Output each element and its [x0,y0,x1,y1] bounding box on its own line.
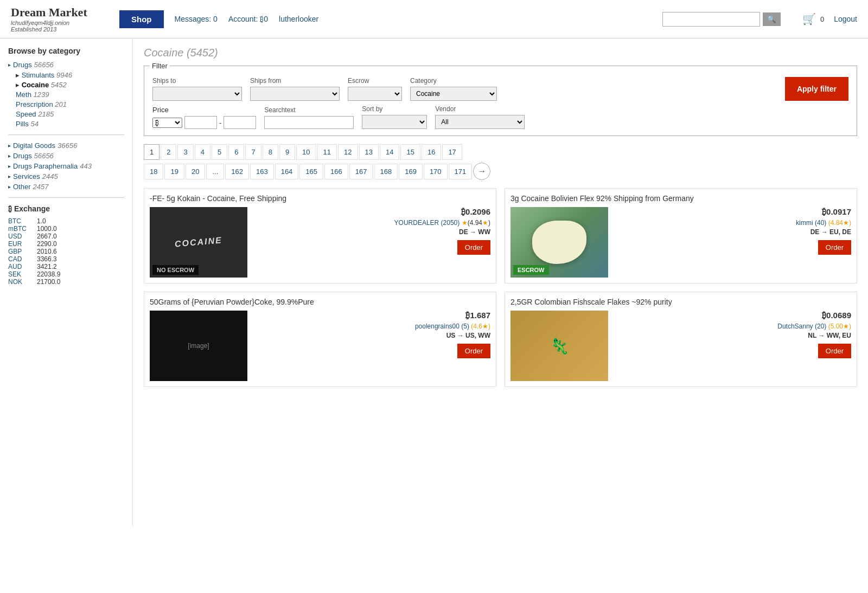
page-12[interactable]: 12 [338,144,358,160]
page-171[interactable]: 171 [449,164,473,179]
page-8[interactable]: 8 [263,144,278,160]
next-page-button[interactable]: → [473,163,490,180]
apply-filter-button[interactable]: Apply filter [785,77,848,101]
page-11[interactable]: 11 [317,144,337,160]
page-166[interactable]: 166 [324,164,348,179]
page-20[interactable]: 20 [186,164,205,179]
escrow-select[interactable] [348,87,402,101]
order-button-1[interactable]: Order [457,240,490,255]
page-1[interactable]: 1 [144,144,159,160]
page-3[interactable]: 3 [177,144,193,160]
sidebar-item-drugs[interactable]: ▸ Drugs 56656 [8,61,124,69]
sidebar-item-speed[interactable]: Speed 2185 [16,110,124,118]
ships-from-select[interactable] [250,87,340,101]
page-16[interactable]: 16 [422,144,441,160]
category-count: 56656 [34,152,54,160]
page-title: Cocaine (5452) [144,47,857,59]
page-165[interactable]: 165 [299,164,323,179]
price-currency-select[interactable]: ₿ [152,118,182,128]
price-min-input[interactable] [184,116,217,129]
search-button[interactable]: 🔍 [763,12,781,26]
page-19[interactable]: 19 [164,164,184,179]
content-area: Cocaine (5452) Filter Ships to Ships fro… [133,38,868,526]
page-164[interactable]: 164 [275,164,299,179]
page-numbers-row2: 18 19 20 ... 162 163 164 165 166 167 168… [144,163,857,180]
order-button-2[interactable]: Order [818,240,851,255]
sortby-select[interactable] [362,115,427,129]
order-button-4[interactable]: Order [818,344,851,358]
product-vendor-4[interactable]: DutchSanny (20) (5.00★) [614,323,851,330]
sidebar-item-digital-goods[interactable]: ▸ Digital Goods 36656 [8,141,124,150]
page-14[interactable]: 14 [380,144,399,160]
order-button-3[interactable]: Order [457,344,490,358]
page-169[interactable]: 169 [399,164,423,179]
category-count: 2445 [42,172,58,181]
exchange-row-sek: SEK 22038.9 [8,270,124,278]
prescription-link[interactable]: Prescription [16,100,53,108]
sidebar-item-cocaine[interactable]: ▸ Cocaine 5452 [16,81,124,89]
arrow-icon: ▸ [8,184,11,190]
cart-area: 🛒 0 Logout [802,12,857,25]
stimulants-link[interactable]: Stimulants [22,71,55,79]
page-163[interactable]: 163 [250,164,274,179]
exchange-row-btc: BTC 1.0 [8,217,124,225]
page-162[interactable]: 162 [225,164,249,179]
sidebar-item-stimulants[interactable]: ▸ Stimulants 9946 [16,71,124,79]
arrow-icon: ▸ [8,163,11,169]
pills-link[interactable]: Pills [16,120,29,128]
shop-button[interactable]: Shop [119,10,164,28]
page-2[interactable]: 2 [161,144,176,160]
product-card-3: 50Grams of {Peruvian Powder}Coke, 99.9%P… [144,292,496,387]
page-18[interactable]: 18 [144,164,163,179]
search-input[interactable] [662,12,760,27]
searchtext-input[interactable] [264,116,354,129]
category-select[interactable]: Cocaine [410,87,497,101]
product-body-1: COCAINE NO ESCROW ₿0.2096 YOURDEALER (20… [150,207,490,278]
page-6[interactable]: 6 [228,144,244,160]
sidebar-item-meth[interactable]: Meth 1239 [16,91,124,99]
page-7[interactable]: 7 [245,144,261,160]
meth-link[interactable]: Meth [16,91,31,99]
rate-btc: 1.0 [37,217,46,225]
page-15[interactable]: 15 [400,144,420,160]
currency-usd: USD [8,233,33,240]
sidebar-item-pills[interactable]: Pills 54 [16,120,124,128]
site-established: Established 2013 [11,26,119,33]
page-5[interactable]: 5 [212,144,227,160]
product-title-3: 50Grams of {Peruvian Powder}Coke, 99.9%P… [150,298,490,306]
logout-link[interactable]: Logout [834,15,857,23]
rate-cad: 3366.3 [37,255,57,263]
sidebar-item-services[interactable]: ▸ Services 2445 [8,172,124,181]
account-link[interactable]: Account: ₿0 [228,15,268,23]
sidebar-item-paraphernalia[interactable]: ▸ Drugs Paraphernalia 443 [8,162,124,170]
exchange-section: ₿ Exchange BTC 1.0 mBTC 1000.0 USD 2667.… [8,204,124,286]
product-vendor-3[interactable]: poolengrains00 (5) (4.6★) [253,323,490,330]
filter-ships-from: Ships from [250,77,340,101]
page-170[interactable]: 170 [424,164,448,179]
sidebar-item-prescription[interactable]: Prescription 201 [16,100,124,108]
page-10[interactable]: 10 [296,144,316,160]
vendor-select[interactable]: All [435,115,525,129]
rate-gbp: 2010.6 [37,248,57,255]
cart-count: 0 [820,15,824,23]
page-167[interactable]: 167 [349,164,373,179]
sidebar-item-other[interactable]: ▸ Other 2457 [8,183,124,191]
header: Dream Market lchudifyeqm4ldjj.onion Esta… [0,0,868,38]
product-vendor-1[interactable]: YOURDEALER (2050) ★(4.94★) [253,219,490,227]
page-9[interactable]: 9 [279,144,295,160]
product-vendor-2[interactable]: kimmi (40) (4.84★) [614,219,851,227]
sidebar-item-drugs2[interactable]: ▸ Drugs 56656 [8,152,124,160]
page-17[interactable]: 17 [442,144,462,160]
exchange-row-gbp: GBP 2010.6 [8,248,124,255]
speed-link[interactable]: Speed [16,110,36,118]
cocaine-link[interactable]: Cocaine [22,81,49,89]
page-168[interactable]: 168 [374,164,398,179]
price-max-input[interactable] [224,116,256,129]
category-count: 2457 [33,183,49,191]
page-13[interactable]: 13 [359,144,379,160]
messages-link[interactable]: Messages: 0 [175,15,218,23]
exchange-row-aud: AUD 3421.2 [8,263,124,270]
page-4[interactable]: 4 [195,144,210,160]
ships-to-select[interactable] [152,87,242,101]
username-link[interactable]: lutherlooker [279,15,318,23]
